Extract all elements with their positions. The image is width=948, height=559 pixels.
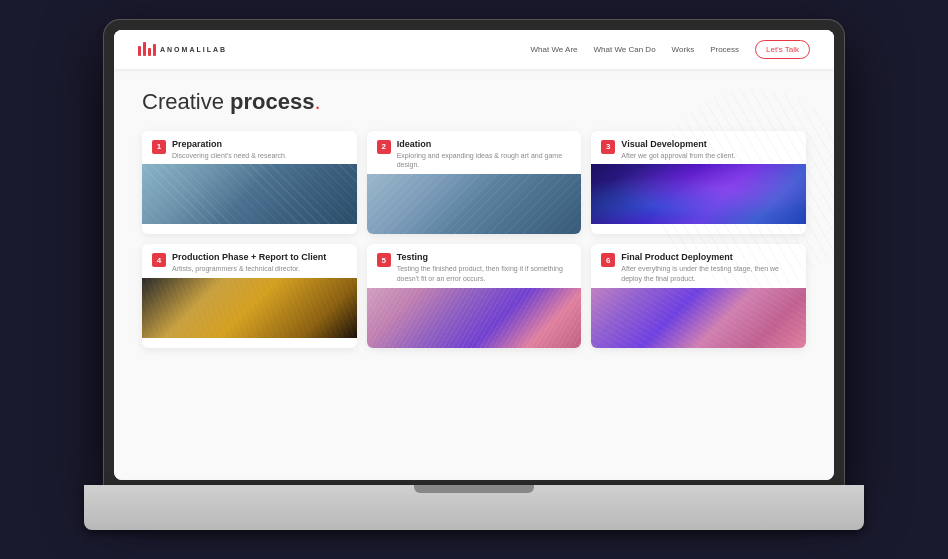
step-badge-6: 6: [601, 253, 615, 267]
step-badge-2: 2: [377, 140, 391, 154]
logo-bar-3: [148, 48, 151, 56]
nav-link-what-we-can-do[interactable]: What We Can Do: [594, 45, 656, 54]
process-card-6: 6 Final Product Deployment After everyth…: [591, 244, 806, 348]
card-title-1: Preparation: [172, 139, 287, 149]
card-image-3: [591, 164, 806, 224]
card-title-3: Visual Development: [621, 139, 735, 149]
logo-name: ANOMALILAB: [160, 46, 227, 53]
title-light: Creative: [142, 89, 230, 114]
card-image-4: [142, 278, 357, 338]
card-text-2: Ideation Exploring and expanding ideas &…: [397, 139, 572, 171]
website: ANOMALILAB What We Are What We Can Do Wo…: [114, 30, 834, 480]
card-header-5: 5 Testing Testing the finished product, …: [367, 244, 582, 288]
nav-link-works[interactable]: Works: [672, 45, 695, 54]
card-text-5: Testing Testing the finished product, th…: [397, 252, 572, 284]
logo-bar-2: [143, 42, 146, 56]
logo-area: ANOMALILAB: [138, 42, 227, 56]
logo-bar-4: [153, 44, 156, 56]
card-text-1: Preparation Discovering client's need & …: [172, 139, 287, 161]
card-header-6: 6 Final Product Deployment After everyth…: [591, 244, 806, 288]
logo-bar-1: [138, 46, 141, 56]
step-badge-1: 1: [152, 140, 166, 154]
process-card-4: 4 Production Phase + Report to Client Ar…: [142, 244, 357, 348]
main-content: Creative process. 1 Preparation Discover…: [114, 69, 834, 480]
card-desc-2: Exploring and expanding ideas & rough ar…: [397, 151, 572, 171]
card-title-2: Ideation: [397, 139, 572, 149]
lets-talk-button[interactable]: Let's Talk: [755, 40, 810, 59]
card-image-2: [367, 174, 582, 234]
page-title: Creative process.: [142, 89, 806, 115]
process-card-5: 5 Testing Testing the finished product, …: [367, 244, 582, 348]
process-card-1: 1 Preparation Discovering client's need …: [142, 131, 357, 235]
step-badge-3: 3: [601, 140, 615, 154]
title-bold: process: [230, 89, 314, 114]
card-desc-5: Testing the finished product, then fixin…: [397, 264, 572, 284]
card-header-4: 4 Production Phase + Report to Client Ar…: [142, 244, 357, 278]
title-dot: .: [314, 89, 320, 114]
laptop-base: [84, 485, 864, 530]
card-title-6: Final Product Deployment: [621, 252, 796, 262]
card-desc-3: After we got approval from the client.: [621, 151, 735, 161]
card-text-3: Visual Development After we got approval…: [621, 139, 735, 161]
nav-link-process[interactable]: Process: [710, 45, 739, 54]
card-header-3: 3 Visual Development After we got approv…: [591, 131, 806, 165]
laptop-screen-inner: ANOMALILAB What We Are What We Can Do Wo…: [114, 30, 834, 480]
process-card-3: 3 Visual Development After we got approv…: [591, 131, 806, 235]
laptop-screen-outer: ANOMALILAB What We Are What We Can Do Wo…: [104, 20, 844, 490]
card-desc-4: Artists, programmers & technical directo…: [172, 264, 326, 274]
process-card-2: 2 Ideation Exploring and expanding ideas…: [367, 131, 582, 235]
nav-links: What We Are What We Can Do Works Process…: [531, 40, 810, 59]
card-text-6: Final Product Deployment After everythin…: [621, 252, 796, 284]
step-badge-4: 4: [152, 253, 166, 267]
card-image-5: [367, 288, 582, 348]
card-desc-6: After everything is under the testing st…: [621, 264, 796, 284]
navbar: ANOMALILAB What We Are What We Can Do Wo…: [114, 30, 834, 69]
laptop-wrapper: ANOMALILAB What We Are What We Can Do Wo…: [84, 20, 864, 540]
nav-link-what-we-are[interactable]: What We Are: [531, 45, 578, 54]
card-text-4: Production Phase + Report to Client Arti…: [172, 252, 326, 274]
card-image-1: [142, 164, 357, 224]
card-image-6: [591, 288, 806, 348]
card-desc-1: Discovering client's need & research.: [172, 151, 287, 161]
logo-text: ANOMALILAB: [160, 46, 227, 53]
card-title-4: Production Phase + Report to Client: [172, 252, 326, 262]
laptop-notch: [414, 485, 534, 493]
step-badge-5: 5: [377, 253, 391, 267]
process-grid: 1 Preparation Discovering client's need …: [142, 131, 806, 348]
card-title-5: Testing: [397, 252, 572, 262]
card-header-1: 1 Preparation Discovering client's need …: [142, 131, 357, 165]
logo-icon: [138, 42, 156, 56]
card-header-2: 2 Ideation Exploring and expanding ideas…: [367, 131, 582, 175]
